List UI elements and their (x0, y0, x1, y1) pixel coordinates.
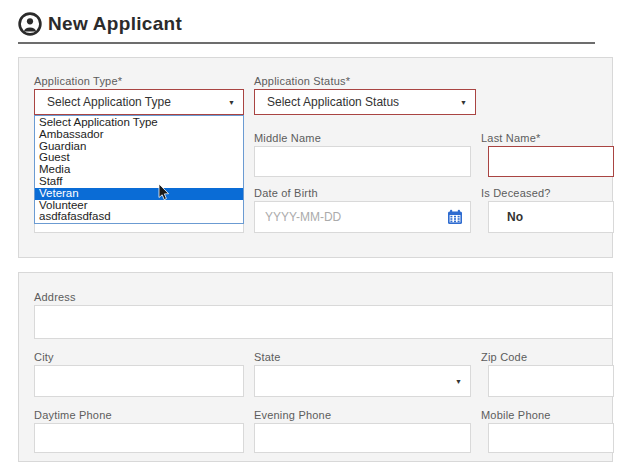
is-deceased-value: No (489, 210, 523, 224)
middle-name-label: Middle Name (254, 132, 321, 144)
application-type-option[interactable]: Ambassador (35, 129, 243, 141)
application-type-value: Select Application Type (47, 95, 171, 109)
header-divider (18, 42, 595, 44)
is-deceased-select[interactable]: No (488, 201, 614, 233)
person-icon (18, 12, 42, 36)
last-name-input[interactable] (488, 146, 614, 177)
state-label: State (254, 351, 281, 363)
address-input[interactable] (34, 305, 613, 339)
page-header: New Applicant (18, 12, 182, 36)
application-type-select[interactable]: Select Application Type ▼ (34, 89, 244, 115)
calendar-icon[interactable] (447, 209, 463, 225)
city-label: City (34, 351, 54, 363)
dropdown-arrow-icon: ▼ (460, 99, 467, 106)
application-type-option[interactable]: Select Application Type (35, 117, 243, 129)
middle-name-input[interactable] (254, 146, 471, 177)
address-card: Address City State ▼ Zip Code Daytime Ph… (18, 272, 613, 462)
dropdown-arrow-icon: ▼ (455, 378, 462, 385)
application-type-option[interactable]: Media (35, 164, 243, 176)
application-type-option[interactable]: Veteran (35, 188, 243, 200)
address-label: Address (34, 291, 76, 303)
application-type-option[interactable]: Volunteer (35, 200, 243, 212)
zip-code-label: Zip Code (481, 351, 527, 363)
applicant-info-card: Application Type* Select Application Typ… (18, 57, 613, 258)
new-applicant-page: New Applicant Application Type* Select A… (0, 0, 617, 476)
application-status-select[interactable]: Select Application Status ▼ (254, 89, 476, 115)
date-of-birth-field (254, 201, 471, 233)
evening-phone-label: Evening Phone (254, 409, 331, 421)
date-of-birth-input[interactable] (254, 201, 471, 233)
page-title: New Applicant (48, 13, 182, 35)
zip-code-input[interactable] (488, 365, 614, 397)
evening-phone-input[interactable] (254, 423, 471, 453)
application-type-option[interactable]: Guest (35, 152, 243, 164)
application-type-label: Application Type* (34, 75, 122, 87)
city-input[interactable] (34, 365, 244, 397)
last-name-label: Last Name* (481, 132, 540, 144)
state-select[interactable]: ▼ (254, 365, 471, 397)
application-type-option[interactable]: Staff (35, 176, 243, 188)
date-of-birth-label: Date of Birth (254, 187, 318, 199)
is-deceased-label: Is Deceased? (481, 187, 551, 199)
application-type-option[interactable]: asdfafasdfasd (35, 211, 243, 223)
daytime-phone-input[interactable] (34, 423, 244, 453)
application-type-dropdown-list: Select Application TypeAmbassadorGuardia… (34, 115, 244, 224)
mobile-phone-label: Mobile Phone (481, 409, 551, 421)
application-status-label: Application Status* (254, 75, 350, 87)
application-type-option[interactable]: Guardian (35, 141, 243, 153)
mobile-phone-input[interactable] (488, 423, 614, 453)
daytime-phone-label: Daytime Phone (34, 409, 112, 421)
application-status-value: Select Application Status (267, 95, 399, 109)
dropdown-arrow-icon: ▼ (228, 99, 235, 106)
